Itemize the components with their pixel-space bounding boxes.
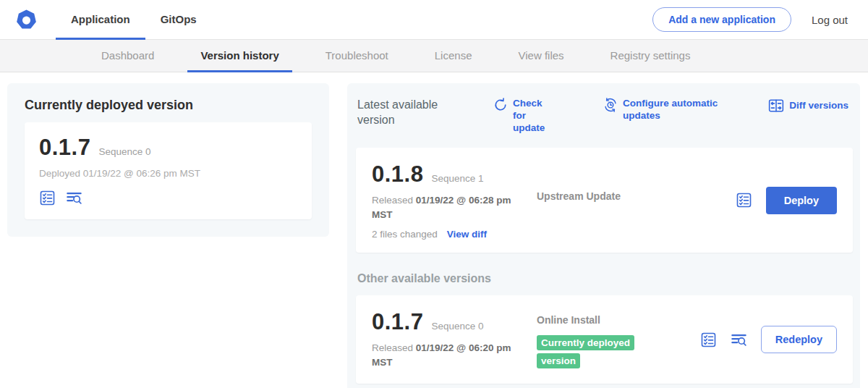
preflight-checks-icon[interactable] [736,192,752,208]
top-header: Application GitOps Add a new application… [0,0,868,40]
deploy-logs-icon[interactable] [731,332,747,348]
tab-gitops[interactable]: GitOps [145,0,212,40]
other-source-label: Online Install [537,314,600,326]
logout-link[interactable]: Log out [812,14,854,26]
other-version-number: 0.1.7 [372,309,423,335]
diff-versions-button[interactable]: Diff versions [768,98,848,114]
latest-sequence-label: Sequence 1 [431,173,483,184]
view-diff-link[interactable]: View diff [447,229,487,240]
main-content: Currently deployed version 0.1.7 Sequenc… [0,72,868,388]
app-logo [16,0,37,39]
released-label: Released [372,195,413,206]
preflight-checks-icon[interactable] [39,190,56,206]
redeploy-button[interactable]: Redeploy [761,326,837,353]
latest-version-number: 0.1.8 [372,161,423,187]
check-for-update-label: Check for update [513,98,557,135]
latest-source-label: Upstream Update [537,190,621,202]
files-changed-label: 2 files changed [372,229,438,240]
schedule-icon [603,98,618,112]
deployed-sequence-label: Sequence 0 [98,146,150,157]
preflight-checks-icon[interactable] [700,332,717,348]
diff-icon [768,98,784,114]
subnav-tab-dashboard[interactable]: Dashboard [88,40,167,72]
subnav-tab-registry-settings[interactable]: Registry settings [597,40,704,72]
refresh-icon [493,98,508,112]
released-label: Released [372,342,413,353]
diff-versions-label: Diff versions [789,100,848,112]
header-actions: Add a new application Log out [652,0,854,39]
primary-nav: Application GitOps [56,0,212,39]
configure-automatic-updates-button[interactable]: Configure automatic updates [603,98,725,122]
kots-logo-icon [16,9,37,30]
latest-released-timestamp: Released 01/19/22 @ 06:28 pm MST [372,193,520,223]
available-versions-panel: Latest available version Check for updat… [347,83,860,388]
other-release-card: 0.1.7 Sequence 0 Released 01/19/22 @ 06:… [356,295,853,384]
subnav-tab-troubleshoot[interactable]: Troubleshoot [312,40,401,72]
latest-available-title: Latest available version [357,98,453,128]
subnav-tab-view-files[interactable]: View files [505,40,576,72]
add-application-button[interactable]: Add a new application [652,7,791,32]
deploy-logs-icon[interactable] [66,190,82,206]
currently-deployed-badge: Currently deployed version [537,335,634,368]
check-for-update-button[interactable]: Check for update [493,98,557,135]
tab-application[interactable]: Application [56,0,145,40]
deployed-timestamp: Deployed 01/19/22 @ 06:26 pm MST [39,168,297,179]
deployed-version-number: 0.1.7 [39,135,90,161]
currently-deployed-panel: Currently deployed version 0.1.7 Sequenc… [7,83,329,237]
latest-release-card: 0.1.8 Sequence 1 Released 01/19/22 @ 06:… [356,148,853,253]
deployed-version-card: 0.1.7 Sequence 0 Deployed 01/19/22 @ 06:… [25,122,312,219]
currently-deployed-title: Currently deployed version [25,98,312,113]
deploy-button[interactable]: Deploy [766,187,837,214]
other-versions-title: Other available versions [357,272,851,285]
configure-automatic-updates-label: Configure automatic updates [623,98,725,122]
subnav-tab-license[interactable]: License [422,40,485,72]
subnav-tab-version-history[interactable]: Version history [187,40,292,72]
other-released-timestamp: Released 01/19/22 @ 06:20 pm MST [372,341,520,371]
app-subnav: Dashboard Version history Troubleshoot L… [0,40,868,72]
other-sequence-label: Sequence 0 [431,321,483,332]
